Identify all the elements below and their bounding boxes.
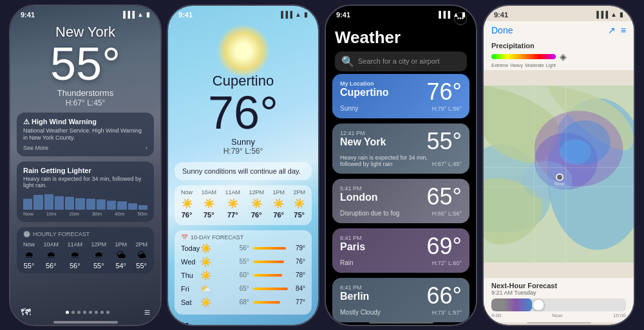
phone1-temp: 55° [10, 41, 160, 87]
tenday-row-0: Today ☀️ 56° 79° [181, 243, 305, 253]
phone4-forecast-bar: Next-Hour Forecast 9:21 AM Tuesday 9:00 … [484, 278, 634, 322]
phone1-condition: Thunderstorms [10, 88, 160, 98]
wc-hl-2: H:66° L:56° [432, 210, 462, 217]
wifi-icon: ▲ [611, 11, 617, 18]
tenday-row-1: Wed ☀️ 55° 76° [181, 257, 305, 267]
wc-top-3: 6:41 PM Paris 69° [340, 235, 462, 258]
phone1-status-bar: 9:41 ▐▐▐ ▲ ▮ [10, 6, 160, 21]
wc-top-4: 6:41 PM Berlin 66° [340, 284, 462, 307]
phone1-time: 9:41 [21, 11, 35, 19]
phone2-toolbar: 🗺 ≡ [168, 317, 318, 326]
battery-icon: ▮ [620, 11, 623, 18]
phone1-status-icons: ▐▐▐ ▲ ▮ [121, 11, 150, 18]
phone3-search[interactable]: 🔍 Search for a city or airport [335, 51, 467, 71]
phone2-highlow: H:79° L:56° [168, 147, 318, 156]
temp-bar-3 [253, 288, 292, 290]
ellipsis-button[interactable]: ••• [454, 12, 467, 25]
temp-bar-1 [253, 261, 292, 263]
wc-temp-1: 55° [427, 130, 462, 153]
phone4-status-icons: ▐▐▐ ▲ ▮ [594, 11, 623, 18]
wc-bottom-3: Rain H:72° L:60° [340, 259, 462, 266]
map-svg: Now [484, 70, 634, 278]
dot-8 [106, 311, 109, 314]
wc-city-1: New York [340, 136, 386, 148]
phone4-forecast-thumb[interactable] [532, 298, 545, 311]
phone4-map-container[interactable]: Now [484, 70, 634, 278]
wc-bottom-0: Sunny H:79° L:56° [340, 105, 462, 112]
dot-4 [83, 311, 86, 314]
phone4-forecast-track[interactable] [491, 298, 626, 311]
p2-hourly-3: 12PM ☀️ 76° [249, 189, 264, 219]
rain-bar-8 [97, 199, 106, 209]
phone4-legend-labels: Extreme Heavy Moderate Light [491, 63, 556, 68]
phone4-home-indicator [484, 322, 634, 325]
phone2-tenday-header: 📅 10-DAY FORECAST [181, 234, 305, 241]
phone2-condition: Sunny [168, 137, 318, 147]
wc-temp-4: 66° [427, 284, 462, 307]
dot-6 [95, 311, 98, 314]
phone4-map: 9:41 ▐▐▐ ▲ ▮ Done ↗ ≡ Precipitation ◈ Ex… [482, 5, 635, 326]
battery-icon: ▮ [146, 11, 150, 18]
phone2-hourly-row: Now ☀️ 76° 10AM ☀️ 75° 11AM ☀️ 77° 12PM … [181, 189, 305, 219]
map-icon[interactable]: 🗺 [21, 307, 31, 318]
phone1-hourly-row: Now 🌧 55° 10AM 🌧 56° 11AM 🌧 56° 12PM 🌧 [23, 241, 147, 270]
list-icon[interactable]: ≡ [302, 321, 308, 326]
phone1-dots [66, 311, 109, 314]
hourly-item-0: Now 🌧 55° [23, 241, 35, 270]
wc-temp-3: 69° [427, 235, 462, 258]
tenday-row-3: Fri ⛅ 65° 84° [181, 284, 305, 294]
signal-icon: ▐▐▐ [594, 11, 608, 18]
wc-time-1: 12:41 PM [340, 130, 386, 136]
phone2-status-icons: ▐▐▐ ▲ ▮ [279, 11, 308, 18]
phone1-rain-card: Rain Getting Lighter Heavy rain is expec… [17, 161, 154, 222]
svg-point-5 [560, 139, 591, 164]
phone4-legend-scale: ◈ [491, 51, 626, 62]
dot-p2-2 [235, 325, 238, 326]
rain-bar-5 [65, 197, 74, 210]
phone4-header-icons: ↗ ≡ [608, 25, 626, 35]
phone4-precip-title: Precipitation [491, 42, 626, 50]
wc-bottom-4: Mostly Cloudy H:73° L:57° [340, 309, 462, 316]
wc-city-2: London [340, 192, 378, 203]
phone1-alert: ⚠ High Wind Warning National Weather Ser… [17, 113, 154, 156]
hourly-item-3: 12PM 🌧 55° [91, 241, 106, 270]
phone1-home-bar [53, 321, 118, 324]
p2-hourly-2: 11AM ☀️ 77° [225, 189, 240, 219]
wc-temp-0: 76° [427, 80, 462, 104]
wc-city-0: Cupertino [340, 87, 389, 98]
phone3-more-btn[interactable]: ••• [454, 12, 467, 25]
location-icon[interactable]: ↗ [608, 25, 616, 35]
phone1-new-york: 9:41 ▐▐▐ ▲ ▮ New York 55° Thunderstorms … [9, 5, 162, 326]
phone2-temp: 76° [168, 89, 318, 136]
menu-icon[interactable]: ≡ [621, 25, 626, 35]
phone1-alert-title: ⚠ High Wind Warning [23, 118, 147, 126]
temp-bar-4 [253, 301, 292, 304]
weather-card-my-location[interactable]: My Location Cupertino 76° Sunny H:79° L:… [332, 74, 469, 118]
phone4-time: 9:41 [494, 11, 508, 19]
rain-bar-6 [75, 198, 84, 210]
tenday-range-2: 60° 78° [211, 271, 305, 279]
layers-icon[interactable]: ◈ [560, 51, 567, 62]
phone2-hourly: Now ☀️ 76° 10AM ☀️ 75° 11AM ☀️ 77° 12PM … [175, 185, 312, 225]
weather-card-new-york[interactable]: 12:41 PM New York 55° Heavy rain is expe… [332, 124, 469, 174]
wc-hl-0: H:79° L:56° [432, 105, 462, 112]
phone4-done-btn[interactable]: Done [491, 25, 513, 35]
tenday-range-1: 55° 76° [211, 258, 305, 265]
map-icon[interactable]: 🗺 [178, 321, 189, 326]
wc-condition-0: Sunny [340, 105, 358, 112]
list-icon[interactable]: ≡ [144, 307, 150, 318]
phone4-header: Done ↗ ≡ [484, 21, 634, 39]
phone2-status-bar: 9:41 ▐▐▐ ▲ ▮ [168, 6, 318, 21]
wc-left-4: 6:41 PM Berlin [340, 284, 369, 302]
p2-hourly-4: 1PM ☀️ 76° [272, 189, 285, 219]
temp-bar-0 [253, 247, 292, 250]
dot-p2-6 [258, 325, 261, 326]
weather-card-london[interactable]: 5:41 PM London 65° Disruption due to fog… [332, 179, 469, 223]
tenday-range-4: 68° 77° [211, 298, 305, 306]
wc-bottom-1: Heavy rain is expected for 34 min, follo… [340, 154, 462, 167]
weather-card-berlin[interactable]: 6:41 PM Berlin 66° Mostly Cloudy H:73° L… [332, 278, 469, 322]
phone1-hourly: 🕐 HOURLY FORECAST Now 🌧 55° 10AM 🌧 56° 1… [17, 227, 154, 273]
dot-1 [66, 311, 69, 314]
weather-card-paris[interactable]: 6:41 PM Paris 69° Rain H:72° L:60° [332, 228, 469, 273]
phone1-see-more[interactable]: See More› [23, 145, 147, 151]
